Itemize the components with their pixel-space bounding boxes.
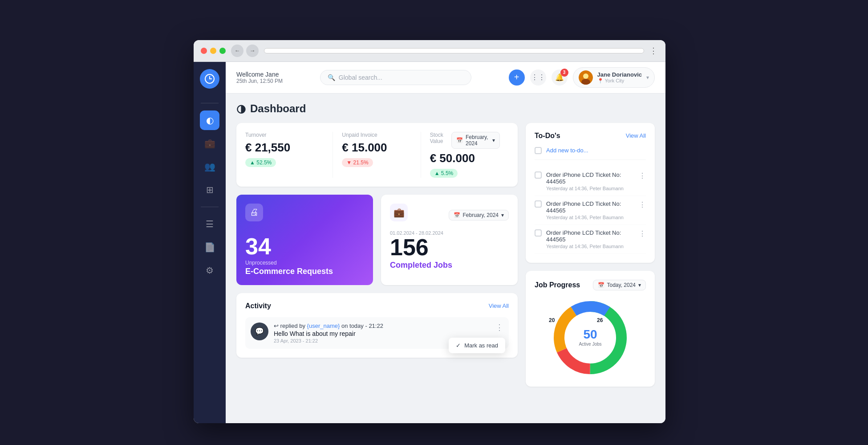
users-icon: 👥 <box>204 161 215 172</box>
app-container: ◐ 💼 👥 ⊞ ☰ 📄 ⚙ <box>194 62 665 423</box>
chevron-jobs-icon: ▾ <box>501 212 504 218</box>
header-actions: + ⋮⋮ 🔔 3 <box>509 67 655 88</box>
forward-button[interactable]: → <box>246 45 259 57</box>
app-logo[interactable] <box>200 69 219 89</box>
traffic-lights <box>201 48 226 54</box>
search-bar[interactable]: 🔍 Global search... <box>320 70 471 85</box>
svg-point-2 <box>583 73 588 79</box>
grid-button[interactable]: ⋮⋮ <box>530 69 546 86</box>
ecommerce-icon: 🖨 <box>245 204 263 221</box>
sidebar-item-users[interactable]: 👥 <box>200 157 219 176</box>
todo-item-3-content: Order iPhone LCD Ticket No: 444565 Yeste… <box>546 229 634 249</box>
sidebar-item-settings[interactable]: ⚙ <box>200 261 219 280</box>
progress-header: Job Progress 📅 Today, 2024 ▾ <box>535 280 646 290</box>
jobs-filter-button[interactable]: 📅 February, 2024 ▾ <box>449 210 509 220</box>
job-progress-card: Job Progress 📅 Today, 2024 ▾ <box>526 271 655 387</box>
activity-card: Activity View All 💬 ↩ replied by <box>236 293 518 358</box>
notifications-button[interactable]: 🔔 3 <box>552 69 568 86</box>
user-profile-button[interactable]: Jane Dorianovic 📍 York City ▾ <box>573 67 655 88</box>
todo-add-text[interactable]: Add new to-do... <box>546 147 588 154</box>
page-title: ◑ Dashboard <box>236 102 655 115</box>
browser-toolbar: ← → ⋮ <box>194 40 665 62</box>
todo-item-3-menu-icon[interactable]: ⋮ <box>639 229 646 238</box>
left-column: Turnover € 21,550 ▲ 52.5% Unpaid Invoice… <box>236 123 518 387</box>
dashboard-icon: ◐ <box>206 115 214 126</box>
stats-card: Turnover € 21,550 ▲ 52.5% Unpaid Invoice… <box>236 123 518 187</box>
documents-icon: 📄 <box>204 242 215 253</box>
minimize-button[interactable] <box>210 48 216 54</box>
stock-filter-button[interactable]: 📅 February, 2024 ▾ <box>451 132 500 149</box>
todo-item-3-subtitle: Yesterday at 14:36, Peter Baumann <box>546 244 634 249</box>
todo-checkbox-1[interactable] <box>535 171 542 179</box>
sidebar-item-dashboard[interactable]: ◐ <box>200 110 219 130</box>
unpaid-change: ▼ 21.5% <box>342 158 373 167</box>
svg-text:20: 20 <box>549 317 555 323</box>
greeting-section: Wellcome Jane 25th Jun, 12:50 PM <box>236 71 283 84</box>
todo-checkbox-3[interactable] <box>535 229 542 237</box>
mark-as-read-popup: ✓ Mark as read <box>449 338 505 353</box>
ecommerce-count: 34 <box>245 235 364 258</box>
header: Wellcome Jane 25th Jun, 12:50 PM 🔍 Globa… <box>226 62 665 94</box>
ecommerce-label-small: Unprocessed <box>245 260 364 266</box>
todo-checkbox-2[interactable] <box>535 200 542 208</box>
activity-menu-icon[interactable]: ⋮ <box>495 323 503 332</box>
check-icon: ✓ <box>456 342 461 349</box>
sidebar-item-documents[interactable]: 📄 <box>200 237 219 257</box>
sidebar-divider-2 <box>201 207 219 207</box>
todo-add-checkbox[interactable] <box>535 147 542 154</box>
chart-pie-icon: ◑ <box>236 102 246 115</box>
stock-header: Stock Value 📅 February, 2024 ▾ <box>430 132 500 149</box>
back-button[interactable]: ← <box>231 45 243 57</box>
modules-icon: ⊞ <box>206 184 214 195</box>
location-icon: 📍 <box>597 78 604 84</box>
sidebar-item-modules[interactable]: ⊞ <box>200 180 219 200</box>
sidebar-item-jobs[interactable]: 💼 <box>200 134 219 153</box>
todo-item-2-menu-icon[interactable]: ⋮ <box>639 200 646 209</box>
stats-bottom: 🖨 34 Unprocessed E-Commerce Requests <box>236 195 518 285</box>
sidebar: ◐ 💼 👥 ⊞ ☰ 📄 ⚙ <box>194 62 226 423</box>
printer-icon: 🖨 <box>250 207 259 217</box>
activity-message: Hello What is about my repair <box>274 330 490 337</box>
turnover-stat: Turnover € 21,550 ▲ 52.5% <box>245 132 333 178</box>
calendar-icon-jobs: 📅 <box>454 212 460 218</box>
turnover-label: Turnover <box>245 132 324 138</box>
jobs-icon: 💼 <box>204 138 215 149</box>
todo-item-2: Order iPhone LCD Ticket No: 444565 Yeste… <box>535 196 646 225</box>
todo-view-all[interactable]: View All <box>626 132 646 139</box>
todo-item-1-menu-icon[interactable]: ⋮ <box>639 171 646 180</box>
search-placeholder-text: Global search... <box>339 74 382 81</box>
unpaid-value: € 15.000 <box>342 141 411 155</box>
todo-item-1: Order iPhone LCD Ticket No: 444565 Yeste… <box>535 167 646 196</box>
maximize-button[interactable] <box>219 48 226 54</box>
ecommerce-label: E-Commerce Requests <box>245 267 364 276</box>
activity-title: Activity <box>245 302 271 310</box>
mark-as-read-text[interactable]: Mark as read <box>464 342 498 349</box>
unpaid-stat: Unpaid Invoice € 15.000 ▼ 21.5% <box>333 132 421 178</box>
logo-icon <box>204 73 215 84</box>
progress-filter-button[interactable]: 📅 Today, 2024 ▾ <box>593 280 646 290</box>
search-icon: 🔍 <box>328 74 335 81</box>
todo-item-1-subtitle: Yesterday at 14:36, Peter Baumann <box>546 186 634 191</box>
stats-row: Turnover € 21,550 ▲ 52.5% Unpaid Invoice… <box>245 132 509 178</box>
activity-header: Activity View All <box>245 302 509 310</box>
donut-chart: 50 Active Jobs 20 26 <box>535 298 646 378</box>
sidebar-divider-1 <box>201 103 219 103</box>
chevron-icon: ▾ <box>492 137 495 143</box>
sidebar-item-list[interactable]: ☰ <box>200 214 219 234</box>
todo-card: To-Do's View All Add new to-do... Ord <box>526 123 655 263</box>
todo-title: To-Do's <box>535 132 560 140</box>
activity-view-all[interactable]: View All <box>489 302 509 309</box>
main-content: Wellcome Jane 25th Jun, 12:50 PM 🔍 Globa… <box>226 62 665 423</box>
stock-value: € 50.000 <box>430 151 500 165</box>
close-button[interactable] <box>201 48 207 54</box>
browser-menu-icon[interactable]: ⋮ <box>649 46 658 56</box>
user-location-text: 📍 York City <box>597 78 642 84</box>
activity-username: {user_name} <box>307 323 340 329</box>
todo-item-2-title: Order iPhone LCD Ticket No: 444565 <box>546 200 634 214</box>
notification-badge: 3 <box>560 69 568 77</box>
address-bar[interactable] <box>264 48 644 53</box>
jobs-card: 💼 📅 February, 2024 ▾ 01.02.2024 - 28.02.… <box>381 195 518 285</box>
browser-window: ← → ⋮ ◐ 💼 👥 ⊞ <box>194 40 665 423</box>
add-button[interactable]: + <box>509 69 525 86</box>
ecommerce-card: 🖨 34 Unprocessed E-Commerce Requests <box>236 195 373 285</box>
